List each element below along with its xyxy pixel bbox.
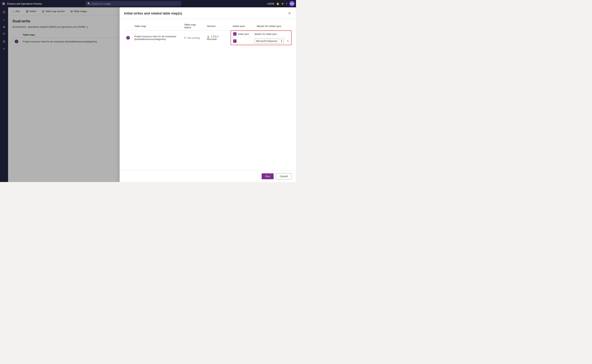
modal-body: Table map Table map status Version Initi…	[120, 19, 296, 170]
app-title: Finance and Operations Preview	[7, 2, 42, 5]
grid-menu-icon[interactable]: ⊞	[1, 1, 6, 6]
modal: Initial writes and related table map(s) …	[120, 7, 296, 182]
nav-right: USPM 🔔 ⚙ ? AD	[267, 1, 295, 6]
sidebar-icon-menu[interactable]: ☰	[1, 9, 7, 15]
initial-sync-checkbox[interactable]: ✓	[233, 32, 236, 36]
sidebar-icon-modules[interactable]: ≡	[1, 46, 7, 52]
modal-table: Table map Table map status Version Initi…	[124, 22, 292, 45]
modal-col-version: Version	[205, 22, 231, 31]
modal-col-status: Table map status	[182, 22, 205, 31]
status-badge: ↻ Not running	[184, 36, 202, 39]
sidebar-icon-recent[interactable]: ⏱	[1, 31, 7, 37]
edit-icon[interactable]: ✎	[287, 40, 289, 43]
modal-row-version: 🔒 1.0.0.1 - Microsoft	[205, 31, 231, 45]
sidebar-icon-home[interactable]: ⌂	[1, 16, 7, 23]
username-label: USPM	[267, 2, 274, 5]
initial-sync-label: Initial sync	[238, 33, 249, 35]
row2-checkbox[interactable]: ✓	[233, 39, 236, 43]
modal-row-table-map: Project resource roles for all companies…	[132, 31, 182, 45]
top-nav: ⊞ Finance and Operations Preview 🔍 USPM …	[0, 0, 296, 7]
master-for-initial-sync-label: Master for initial sync	[255, 33, 277, 35]
bell-icon[interactable]: 🔔	[276, 2, 279, 5]
modal-col-check	[124, 22, 132, 31]
sidebar-icon-favorites[interactable]: ★	[1, 24, 7, 30]
lock-icon: 🔒	[207, 35, 210, 38]
modal-col-master: Master for initial sync	[255, 22, 292, 31]
modal-table-row: ✓ Project resource roles for all compani…	[124, 31, 292, 45]
modal-title: Initial writes and related table map(s)	[124, 12, 182, 15]
sidebar-icon-workspaces[interactable]: ☰	[1, 38, 7, 45]
modal-run-button[interactable]: Run	[262, 173, 274, 179]
search-bar[interactable]: 🔍	[86, 1, 181, 6]
modal-header: Initial writes and related table map(s) …	[120, 7, 296, 19]
settings-icon[interactable]: ⚙	[282, 2, 284, 5]
modal-close-button[interactable]: ✕	[287, 11, 292, 16]
modal-footer: Run Cancel	[120, 170, 296, 182]
modal-check-circle[interactable]: ✓	[126, 36, 130, 40]
main-layout: ☰ ⌂ ★ ⏱ ☰ ≡ ↑↓ Run 🗑 Delete ⊞ Table map …	[0, 7, 296, 182]
chevron-down-icon: ▾	[281, 40, 282, 42]
modal-cancel-button[interactable]: Cancel	[276, 173, 292, 179]
search-input[interactable]	[92, 2, 179, 5]
user-avatar[interactable]: AD	[289, 1, 295, 6]
master-dropdown[interactable]: Microsoft Dataverse ▾	[255, 39, 284, 43]
highlighted-cell: ✓ Initial sync Master for initial sync	[231, 31, 292, 45]
modal-overlay: Initial writes and related table map(s) …	[8, 7, 296, 182]
dropdown-value: Microsoft Dataverse	[256, 40, 277, 42]
help-icon[interactable]: ?	[286, 2, 287, 5]
status-text: Not running	[188, 37, 200, 39]
modal-col-table-map: Table map	[132, 22, 182, 31]
modal-row-check: ✓	[124, 31, 132, 45]
modal-col-initial-sync: Initial sync	[231, 22, 255, 31]
sidebar: ☰ ⌂ ★ ⏱ ☰ ≡	[0, 7, 8, 182]
modal-row-status: ↻ Not running	[182, 31, 205, 45]
refresh-icon: ↻	[184, 36, 186, 39]
search-icon: 🔍	[87, 2, 91, 5]
content-area: ↑↓ Run 🗑 Delete ⊞ Table map version ⊞ Ta…	[8, 7, 296, 182]
